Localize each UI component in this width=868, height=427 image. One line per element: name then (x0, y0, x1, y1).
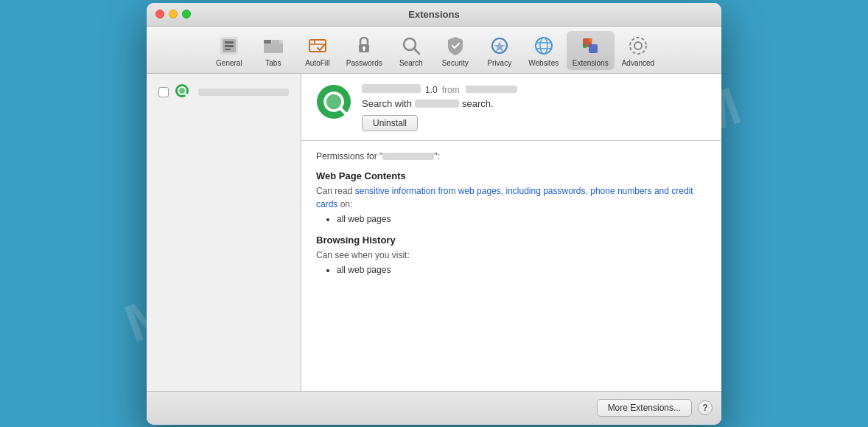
extension-search-icon (175, 83, 192, 101)
permission-browsing-list: all web pages (316, 265, 707, 275)
extension-title-row: 1.0 from (362, 84, 707, 95)
permission-web-page-contents: Web Page Contents Can read sensitive inf… (316, 170, 707, 224)
tabs-icon (262, 34, 285, 58)
svg-point-27 (630, 38, 646, 54)
toolbar: General Tabs (147, 27, 721, 74)
maximize-button[interactable] (182, 10, 191, 18)
toolbar-item-advanced[interactable]: Advanced (616, 31, 660, 70)
extension-checkbox[interactable] (158, 87, 169, 97)
extension-name-placeholder (362, 84, 421, 93)
content-area: 1.0 from Search with search. Uninstall P… (147, 74, 721, 391)
security-icon (444, 34, 467, 58)
toolbar-item-security[interactable]: Security (434, 31, 477, 70)
svg-rect-4 (225, 49, 231, 50)
toolbar-item-general[interactable]: General (208, 31, 251, 70)
general-icon (217, 34, 241, 58)
advanced-icon (626, 34, 650, 58)
toolbar-item-search[interactable]: Search (390, 31, 433, 70)
svg-rect-7 (272, 40, 279, 44)
privacy-icon (488, 34, 511, 58)
svg-rect-25 (583, 44, 587, 48)
websites-label: Websites (528, 59, 559, 67)
extension-info: 1.0 from Search with search. Uninstall (362, 84, 707, 131)
window-title: Extensions (408, 9, 459, 20)
extension-from-text: from (442, 85, 460, 95)
svg-line-16 (414, 49, 419, 54)
extension-name-bar (198, 88, 289, 96)
passwords-icon (352, 34, 376, 58)
minimize-button[interactable] (169, 10, 178, 18)
toolbar-item-extensions[interactable]: Extensions (567, 31, 615, 70)
security-label: Security (442, 59, 469, 67)
svg-rect-8 (264, 44, 283, 53)
autofill-icon (306, 34, 329, 58)
list-item: all web pages (337, 265, 707, 275)
uninstall-button[interactable]: Uninstall (362, 115, 418, 131)
extension-icon-large (316, 84, 351, 119)
permission-browsing-history: Browsing History Can see when you visit:… (316, 235, 707, 275)
permissions-title: Permissions for "": (316, 151, 707, 162)
toolbar-item-autofill[interactable]: AutoFill (296, 31, 339, 70)
toolbar-item-websites[interactable]: Websites (522, 31, 565, 70)
extension-detail: 1.0 from Search with search. Uninstall P… (301, 74, 721, 391)
permissions-name-placeholder (382, 153, 434, 160)
svg-rect-6 (264, 40, 271, 44)
permission-web-page-desc: Can read sensitive information from web … (316, 184, 707, 211)
safari-preferences-window: Extensions General (147, 3, 721, 425)
extension-description: Search with search. (362, 98, 707, 109)
svg-rect-24 (589, 38, 592, 42)
autofill-label: AutoFill (305, 59, 329, 67)
extension-version: 1.0 (425, 85, 438, 95)
websites-icon (532, 34, 556, 58)
titlebar: Extensions (147, 3, 721, 27)
svg-point-19 (540, 38, 547, 54)
list-item: all web pages (337, 214, 707, 224)
permission-web-page-title: Web Page Contents (316, 170, 707, 181)
toolbar-item-privacy[interactable]: Privacy (478, 31, 521, 70)
search-icon (399, 34, 423, 58)
tabs-label: Tabs (265, 59, 281, 67)
toolbar-item-tabs[interactable]: Tabs (252, 31, 295, 70)
sidebar-extension-item[interactable] (153, 80, 295, 105)
svg-rect-3 (225, 45, 234, 47)
extensions-sidebar (147, 74, 301, 391)
extension-search-name-placeholder (415, 100, 459, 108)
extension-source-placeholder (466, 86, 517, 93)
extension-header: 1.0 from Search with search. Uninstall (301, 74, 721, 141)
svg-rect-23 (589, 44, 598, 53)
svg-rect-14 (363, 49, 365, 51)
permission-highlight: sensitive information from web pages, in… (316, 186, 693, 209)
privacy-label: Privacy (487, 59, 511, 67)
extensions-label: Extensions (573, 59, 609, 67)
svg-point-18 (536, 38, 552, 54)
window-controls (155, 10, 191, 18)
extensions-icon (578, 34, 602, 58)
permission-browsing-title: Browsing History (316, 235, 707, 246)
svg-point-26 (634, 42, 642, 49)
general-label: General (216, 59, 242, 67)
toolbar-item-passwords[interactable]: Passwords (340, 31, 388, 70)
permission-browsing-desc: Can see when you visit: (316, 249, 707, 262)
search-label: Search (399, 59, 423, 67)
close-button[interactable] (155, 10, 164, 18)
help-button[interactable]: ? (698, 400, 713, 415)
permission-web-page-list: all web pages (316, 214, 707, 224)
passwords-label: Passwords (346, 59, 382, 67)
svg-rect-2 (225, 41, 234, 44)
permissions-panel: Permissions for "": Web Page Contents Ca… (301, 141, 721, 391)
more-extensions-button[interactable]: More Extensions... (597, 399, 692, 417)
footer: More Extensions... ? (147, 391, 721, 425)
advanced-label: Advanced (622, 59, 654, 67)
